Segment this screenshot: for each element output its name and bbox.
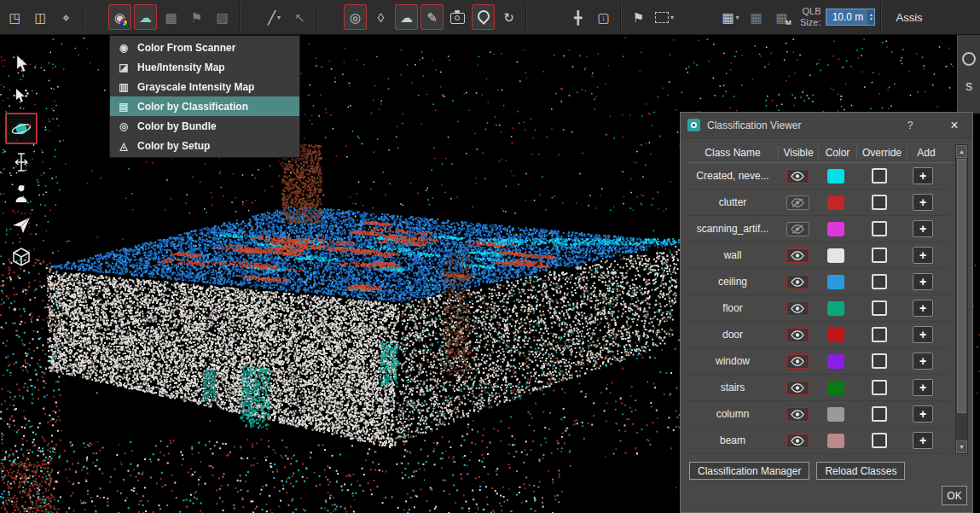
- add-button[interactable]: +: [913, 300, 933, 317]
- class-color-swatch[interactable]: [827, 407, 844, 422]
- visibility-toggle[interactable]: [786, 275, 809, 289]
- help-button[interactable]: ?: [902, 120, 918, 131]
- pen-icon: ✎: [426, 11, 438, 24]
- refresh-orbit-button[interactable]: ↻: [497, 4, 520, 30]
- section-box-button[interactable]: [5, 242, 38, 271]
- view-cube-secondary-button[interactable]: ▦: [745, 4, 768, 30]
- fly-navigate-button[interactable]: [5, 211, 38, 239]
- s-panel-tab[interactable]: S: [966, 81, 972, 93]
- scan-position-button[interactable]: ⚑: [627, 4, 650, 30]
- tag-annotation-button[interactable]: ◊: [369, 4, 392, 30]
- menu-item-color-by-setup[interactable]: ◬ Color by Setup: [110, 136, 299, 155]
- add-button[interactable]: +: [913, 273, 933, 290]
- override-checkbox[interactable]: [872, 221, 887, 236]
- selection-box-button[interactable]: ▾: [652, 4, 676, 30]
- classification-viewer-titlebar[interactable]: Classification Viewer ? ×: [681, 113, 972, 138]
- color-mode-button[interactable]: ◉: [108, 4, 131, 30]
- add-button[interactable]: +: [913, 405, 933, 423]
- override-checkbox[interactable]: [872, 300, 887, 316]
- override-checkbox[interactable]: [872, 195, 887, 210]
- override-checkbox[interactable]: [872, 248, 887, 263]
- level-tool-button[interactable]: [5, 148, 38, 176]
- walkthrough-button[interactable]: [5, 179, 38, 207]
- chevron-down-icon: ▾: [277, 14, 281, 21]
- override-checkbox[interactable]: [872, 353, 887, 369]
- target-marker-button[interactable]: ◎: [344, 4, 367, 30]
- visibility-toggle[interactable]: [786, 407, 809, 422]
- snapshot-camera-button[interactable]: [446, 4, 469, 30]
- add-button[interactable]: +: [913, 247, 933, 264]
- flag-markers-button[interactable]: ⚑: [185, 4, 208, 30]
- scroll-down-button[interactable]: ▼: [956, 440, 967, 453]
- menu-item-grayscale-intensity-map[interactable]: ▥ Grayscale Intensity Map: [110, 77, 299, 96]
- select-cursor-button[interactable]: [5, 50, 38, 78]
- ok-button[interactable]: OK: [942, 486, 967, 505]
- scrollbar-thumb[interactable]: [957, 159, 966, 413]
- scrollbar-track[interactable]: [956, 414, 967, 440]
- override-checkbox[interactable]: [872, 380, 887, 395]
- view-cube-button[interactable]: ▦▾: [719, 4, 742, 30]
- color-by-classification-button[interactable]: ☁: [134, 4, 157, 30]
- override-checkbox[interactable]: [872, 168, 887, 184]
- insert-box-button[interactable]: ▢↓: [592, 4, 615, 30]
- reload-classes-button[interactable]: Reload Classes: [816, 462, 905, 480]
- class-color-swatch[interactable]: [827, 169, 844, 184]
- scrollbar[interactable]: ▲ ▼: [955, 144, 968, 454]
- class-color-swatch[interactable]: [827, 301, 844, 316]
- circle-tool-icon[interactable]: [962, 52, 976, 66]
- class-color-swatch[interactable]: [827, 195, 844, 210]
- assistant-panel-tab[interactable]: Assis: [896, 11, 922, 24]
- panorama-view-button[interactable]: ▨: [211, 4, 234, 30]
- override-checkbox[interactable]: [872, 433, 887, 448]
- class-color-swatch[interactable]: [827, 328, 844, 342]
- add-button[interactable]: +: [913, 167, 933, 184]
- view-cube-m-button[interactable]: ▦M: [770, 4, 793, 30]
- clipping-cloud-button[interactable]: ☁: [395, 4, 418, 30]
- class-color-swatch[interactable]: [827, 434, 844, 448]
- add-button[interactable]: +: [913, 432, 933, 449]
- visibility-toggle[interactable]: [786, 434, 809, 448]
- visibility-toggle[interactable]: [786, 354, 809, 369]
- menu-item-hue-intensity-map[interactable]: ◪ Hue/Intensity Map: [110, 57, 299, 77]
- measure-tool-button[interactable]: ╱▾: [263, 4, 286, 30]
- class-color-swatch[interactable]: [827, 275, 844, 289]
- class-color-swatch[interactable]: [827, 381, 844, 395]
- visibility-toggle[interactable]: [786, 248, 809, 263]
- pick-cursor-button[interactable]: [5, 81, 38, 109]
- class-color-swatch[interactable]: [827, 222, 844, 236]
- add-button[interactable]: +: [913, 353, 933, 370]
- visibility-toggle[interactable]: [786, 222, 809, 236]
- override-checkbox[interactable]: [872, 406, 887, 422]
- class-color-swatch[interactable]: [827, 248, 844, 263]
- markup-pen-button[interactable]: ✎: [420, 4, 444, 30]
- scroll-up-button[interactable]: ▲: [956, 145, 967, 158]
- scan-flag-icon: ⚑: [633, 11, 644, 24]
- duplicate-view-button[interactable]: ◫: [29, 4, 52, 30]
- orbit-tool-button[interactable]: [5, 113, 38, 144]
- menu-item-color-by-bundle[interactable]: ◎ Color by Bundle: [110, 116, 299, 136]
- visibility-toggle[interactable]: [786, 381, 809, 395]
- import-scan-button[interactable]: ◳: [3, 4, 26, 30]
- add-button[interactable]: +: [913, 194, 933, 211]
- visibility-toggle[interactable]: [786, 169, 809, 184]
- classification-manager-button[interactable]: Classification Manager: [689, 462, 809, 480]
- visibility-toggle[interactable]: [786, 328, 809, 342]
- zoom-region-button[interactable]: ⌖: [55, 4, 78, 30]
- class-color-swatch[interactable]: [827, 354, 844, 369]
- qlb-size-input[interactable]: 10.0 m ▲▼: [826, 9, 875, 26]
- add-button[interactable]: +: [913, 379, 933, 396]
- visibility-toggle[interactable]: [786, 195, 809, 210]
- add-button[interactable]: +: [913, 220, 933, 237]
- override-checkbox[interactable]: [872, 274, 887, 289]
- close-icon[interactable]: ×: [943, 118, 966, 133]
- menu-item-color-from-scanner[interactable]: ◉ Color From Scanner: [110, 38, 299, 57]
- spinner-icon[interactable]: ▲▼: [867, 9, 874, 25]
- location-pin-button[interactable]: [472, 4, 495, 30]
- add-button[interactable]: +: [913, 326, 933, 343]
- menu-item-color-by-classification[interactable]: ▤ Color by Classification: [110, 96, 299, 116]
- intensity-map-button[interactable]: ▩: [159, 4, 183, 30]
- probe-point-button[interactable]: ↖: [288, 4, 311, 30]
- transform-move-button[interactable]: ╋: [566, 4, 589, 30]
- visibility-toggle[interactable]: [786, 301, 809, 316]
- override-checkbox[interactable]: [872, 327, 887, 342]
